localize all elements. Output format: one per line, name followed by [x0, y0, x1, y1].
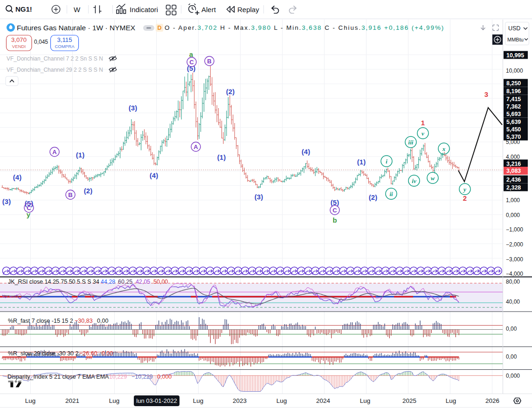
svg-text:Replay: Replay — [237, 6, 259, 14]
svg-text:b: b — [332, 216, 337, 224]
svg-text:42,05: 42,05 — [136, 279, 150, 285]
svg-text:50,00: 50,00 — [153, 279, 168, 285]
svg-text:ii: ii — [389, 190, 393, 197]
svg-text:w: w — [431, 175, 435, 182]
svg-text:W: W — [74, 6, 81, 14]
svg-text:8,250: 8,250 — [506, 80, 521, 87]
svg-text:5,450: 5,450 — [506, 126, 521, 133]
svg-text:Lug: Lug — [25, 397, 36, 404]
svg-text:Disparity_Index 5 21 close 7 E: Disparity_Index 5 21 close 7 EMA EMA — [7, 374, 109, 380]
svg-text:iv: iv — [412, 177, 416, 184]
svg-text:x: x — [442, 145, 446, 152]
svg-text:(4): (4) — [302, 148, 310, 156]
svg-text:80,00: 80,00 — [506, 279, 520, 285]
svg-text:(4): (4) — [150, 171, 158, 179]
svg-text:1: 1 — [421, 119, 425, 127]
svg-text:3,083: 3,083 — [506, 168, 521, 174]
svg-text:VENDI: VENDI — [12, 44, 26, 49]
svg-text:0,00: 0,00 — [506, 354, 517, 360]
svg-text:Futures Gas Naturale · 1W · NY: Futures Gas Naturale · 1W · NYMEX — [17, 24, 136, 32]
svg-text:(3): (3) — [2, 197, 11, 205]
svg-text:y: y — [463, 186, 466, 193]
svg-text:Lug: Lug — [193, 397, 204, 404]
svg-text:USD: USD — [508, 25, 520, 32]
svg-text:44,28: 44,28 — [101, 279, 115, 285]
svg-text:A: A — [52, 149, 57, 156]
svg-text:A: A — [193, 143, 198, 150]
svg-text:2025: 2025 — [402, 397, 416, 404]
svg-text:O - Aper.3,702 H - Max.3,980 L: O - Aper.3,702 H - Max.3,980 L - Min.3,6… — [165, 24, 444, 31]
svg-text:(4): (4) — [13, 173, 21, 181]
svg-text:iii: iii — [408, 139, 414, 146]
svg-text:0,00: 0,00 — [97, 318, 108, 324]
svg-text:−2,000: −2,000 — [506, 241, 523, 248]
svg-text:−10,229: −10,229 — [131, 374, 153, 380]
svg-text:2: 2 — [463, 194, 467, 202]
svg-text:−30,83: −30,83 — [75, 318, 93, 324]
svg-text:VF_Donchian_Channel 29 2 2 S S: VF_Donchian_Channel 29 2 2 S S S N — [7, 67, 103, 73]
svg-text:3,070: 3,070 — [11, 36, 27, 43]
svg-text:0,00: 0,00 — [102, 350, 113, 357]
svg-text:7,415: 7,415 — [506, 96, 521, 102]
svg-text:Lug: Lug — [109, 397, 120, 404]
svg-text:0,045: 0,045 — [34, 39, 48, 45]
svg-text:v: v — [421, 130, 424, 137]
svg-text:2024: 2024 — [316, 397, 331, 404]
svg-text:−26,60: −26,60 — [79, 350, 97, 357]
svg-text:−3,000: −3,000 — [506, 256, 523, 263]
svg-text:2021: 2021 — [65, 397, 79, 404]
svg-text:(3): (3) — [255, 193, 263, 201]
svg-text:JK_RSI close 14 25 75 50 5 S S: JK_RSI close 14 25 75 50 5 S S 34 — [8, 279, 99, 285]
svg-text:10,000: 10,000 — [506, 68, 523, 74]
svg-text:2026: 2026 — [485, 397, 499, 404]
svg-text:10,995: 10,995 — [506, 52, 524, 59]
svg-text:Lug: Lug — [446, 397, 456, 404]
svg-text:10,229: 10,229 — [109, 374, 127, 380]
svg-text:COMPRA: COMPRA — [55, 44, 75, 49]
svg-text:(2): (2) — [84, 187, 92, 195]
svg-text:5,639: 5,639 — [506, 119, 521, 125]
svg-text:5,693: 5,693 — [506, 111, 521, 117]
svg-text:D: D — [157, 25, 161, 31]
svg-text:−4,000: −4,000 — [506, 271, 523, 277]
svg-text:NG1!: NG1! — [15, 5, 32, 13]
svg-text:(2): (2) — [369, 193, 377, 201]
svg-text:7,362: 7,362 — [506, 103, 521, 110]
svg-text:Lug: Lug — [276, 397, 287, 404]
svg-text:8,196: 8,196 — [506, 88, 521, 95]
svg-text:2,328: 2,328 — [506, 184, 521, 191]
svg-text:1,000: 1,000 — [506, 197, 520, 204]
svg-text:3,115: 3,115 — [57, 36, 72, 43]
svg-text:−1,000: −1,000 — [506, 226, 523, 233]
svg-text:0,000: 0,000 — [506, 373, 520, 379]
svg-text:0,000: 0,000 — [506, 212, 520, 218]
svg-text:lun 03-01-2022: lun 03-01-2022 — [136, 397, 177, 404]
svg-text:MMBtu: MMBtu — [507, 37, 524, 42]
svg-text:B: B — [68, 191, 72, 198]
svg-text:%R_fast 7 close -15 15 2: %R_fast 7 close -15 15 2 — [8, 318, 73, 324]
svg-text:0,00: 0,00 — [506, 326, 517, 332]
svg-text:(1): (1) — [76, 151, 84, 159]
svg-text:C: C — [332, 207, 337, 214]
svg-text:2023: 2023 — [233, 397, 247, 404]
svg-text:(1): (1) — [357, 158, 366, 166]
svg-text:Lug: Lug — [360, 397, 371, 404]
svg-text:VF_Donchian_Channel 7 2 2 Sn S: VF_Donchian_Channel 7 2 2 Sn S S N — [7, 55, 103, 62]
svg-text:5,370: 5,370 — [506, 134, 521, 140]
svg-text:Alert: Alert — [201, 6, 216, 14]
svg-text:2,436: 2,436 — [506, 177, 521, 183]
svg-text:3,216: 3,216 — [506, 161, 521, 167]
svg-text:60,25: 60,25 — [118, 279, 132, 285]
svg-text:Indicatori: Indicatori — [130, 6, 158, 14]
svg-text:4,000: 4,000 — [506, 154, 520, 160]
svg-text:C: C — [27, 204, 31, 211]
svg-text:0,000: 0,000 — [157, 374, 172, 380]
svg-text:(1): (1) — [217, 153, 226, 161]
svg-text:40,00: 40,00 — [506, 299, 520, 305]
svg-text:%R_slow 29 close -30 30 2: %R_slow 29 close -30 30 2 — [8, 350, 79, 357]
svg-text:i: i — [386, 158, 387, 165]
